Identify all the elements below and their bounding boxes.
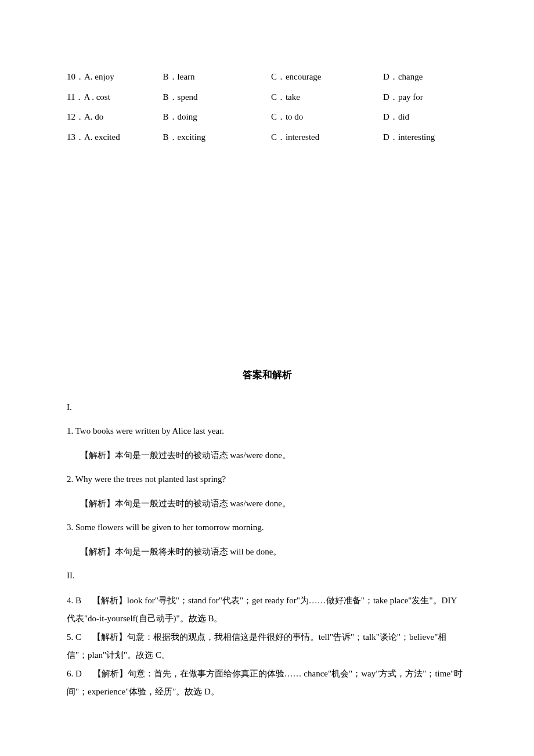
option-cell: C．encourage [271,67,383,87]
answer-explanation: 【解析】本句是一般过去时的被动语态 was/were done。 [67,447,467,464]
table-row: 10．A. enjoyB．learnC．encourageD．change [67,67,467,87]
answer-line: 3. Some flowers will be given to her tom… [67,519,467,536]
option-cell: C．take [271,87,383,107]
answer-line: 1. Two books were written by Alice last … [67,423,467,440]
option-cell: B．doing [163,107,271,127]
option-cell: 13．A. excited [67,127,163,147]
option-cell: 11．A . cost [67,87,163,107]
option-cell: D．pay for [383,87,467,107]
answer-section: I. 1. Two books were written by Alice la… [67,399,467,701]
section2-label: II. [67,567,467,584]
answer-explanation: 【解析】本句是一般过去时的被动语态 was/were done。 [67,495,467,512]
table-row: 12．A. doB．doingC．to doD．did [67,107,467,127]
option-cell: C．interested [271,127,383,147]
answer-explanation: 6. D 【解析】句意：首先，在做事方面给你真正的体验…… chance"机会"… [67,665,467,701]
option-cell: 10．A. enjoy [67,67,163,87]
table-row: 13．A. excitedB．excitingC．interestedD．int… [67,127,467,147]
option-cell: D．did [383,107,467,127]
answer-explanation: 4. B 【解析】look for"寻找"；stand for"代表"；get … [67,592,467,628]
answer-line: 2. Why were the trees not planted last s… [67,471,467,488]
document-page: 10．A. enjoyB．learnC．encourageD．change11．… [0,0,534,756]
section-title: 答案和解析 [67,368,467,383]
option-cell: D．change [383,67,467,87]
question-options-table: 10．A. enjoyB．learnC．encourageD．change11．… [67,67,467,147]
answer-explanation: 5. C 【解析】句意：根据我的观点，我相信这是件很好的事情。tell"告诉"；… [67,628,467,665]
option-cell: B．learn [163,67,271,87]
option-cell: B．exciting [163,127,271,147]
answer-explanation: 【解析】本句是一般将来时的被动语态 will be done。 [67,543,467,560]
option-cell: 12．A. do [67,107,163,127]
table-row: 11．A . costB．spendC．takeD．pay for [67,87,467,107]
option-cell: D．interesting [383,127,467,147]
option-cell: B．spend [163,87,271,107]
option-cell: C．to do [271,107,383,127]
section1-label: I. [67,399,467,416]
